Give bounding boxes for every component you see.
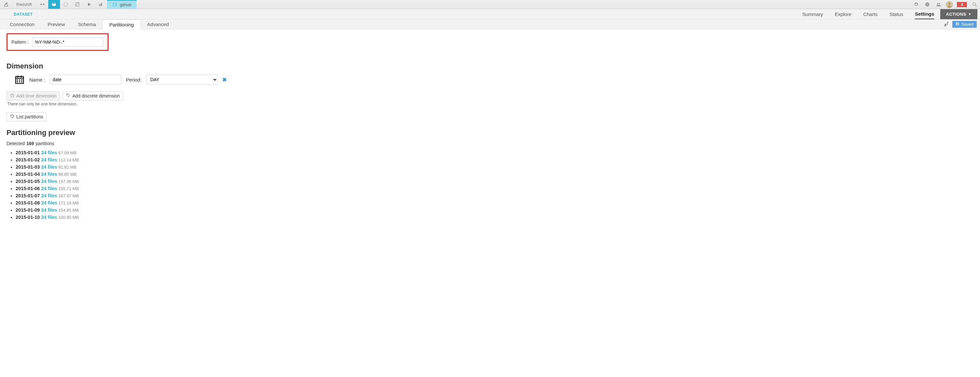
flow-icon[interactable] xyxy=(37,0,48,9)
dimension-period-label: Period: xyxy=(126,77,142,83)
svg-text:?: ? xyxy=(926,3,928,6)
partition-item: 2015-01-05 24 files 157.36 MB xyxy=(16,179,974,184)
dashboards-icon[interactable] xyxy=(95,0,107,9)
partition-size: 99.85 MB xyxy=(57,172,76,177)
dataset-subnav: DATASET Summary Explore Charts Status Se… xyxy=(0,9,980,19)
partition-files-link[interactable]: 24 files xyxy=(40,157,57,162)
datasets-icon[interactable] xyxy=(48,0,60,9)
notebook-icon[interactable] xyxy=(72,0,83,9)
tab-preview[interactable]: Preview xyxy=(41,19,72,29)
partition-date: 2015-01-09 xyxy=(16,207,40,213)
partition-files-link[interactable]: 24 files xyxy=(40,200,57,205)
partition-item: 2015-01-02 24 files 112.14 MB xyxy=(16,157,974,162)
partition-size: 100.95 MB xyxy=(57,215,79,220)
nav-charts[interactable]: Charts xyxy=(863,9,878,19)
settings-tabstrip: Connection Preview Schema Partitioning A… xyxy=(0,19,980,29)
detected-prefix: Detected xyxy=(6,141,25,146)
top-toolbar: Redshift github ? 4 xyxy=(0,0,980,9)
partition-date: 2015-01-02 xyxy=(16,157,40,162)
open-file-tab[interactable]: github xyxy=(107,0,137,9)
list-partitions-button[interactable]: List partitions xyxy=(6,112,47,121)
partition-date: 2015-01-10 xyxy=(16,215,40,220)
tab-schema[interactable]: Schema xyxy=(72,19,102,29)
partition-files-link[interactable]: 24 files xyxy=(40,150,57,155)
partition-files-link[interactable]: 24 files xyxy=(40,186,57,191)
partition-files-link[interactable]: 24 files xyxy=(40,193,57,198)
partition-item: 2015-01-07 24 files 167.47 MB xyxy=(16,193,974,198)
preview-heading: Partitioning preview xyxy=(6,129,974,137)
svg-point-5 xyxy=(64,3,67,6)
detected-summary: Detected 169 partitions xyxy=(6,141,974,146)
notification-badge[interactable]: 4 xyxy=(957,2,967,7)
settings-gear-icon[interactable] xyxy=(910,0,922,9)
partition-date: 2015-01-03 xyxy=(16,164,40,170)
users-icon[interactable] xyxy=(933,0,944,9)
partition-item: 2015-01-01 24 files 67.09 MB xyxy=(16,150,974,155)
open-file-name: github xyxy=(120,2,131,7)
pattern-input[interactable] xyxy=(32,38,104,47)
add-time-dimension-button: Add time dimension xyxy=(6,91,60,100)
dataset-nav-links: Summary Explore Charts Status Settings xyxy=(802,9,934,19)
partition-files-link[interactable]: 24 files xyxy=(40,164,57,170)
content-scroll[interactable]: Pattern : Dimension Name : Period: YEARM… xyxy=(0,29,980,377)
calendar-icon xyxy=(14,74,25,85)
partition-size: 112.14 MB xyxy=(57,157,79,162)
app-logo-icon[interactable] xyxy=(0,0,12,9)
partition-item: 2015-01-03 24 files 91.82 MB xyxy=(16,164,974,170)
partition-files-link[interactable]: 24 files xyxy=(40,179,57,184)
user-avatar[interactable] xyxy=(946,1,953,8)
recipes-icon[interactable] xyxy=(60,0,72,9)
svg-point-13 xyxy=(939,3,940,4)
partition-size: 154.95 MB xyxy=(57,208,79,213)
partition-files-link[interactable]: 24 files xyxy=(40,215,57,220)
jobs-icon[interactable] xyxy=(83,0,95,9)
add-time-dimension-label: Add time dimension xyxy=(16,93,56,99)
partition-date: 2015-01-01 xyxy=(16,150,40,155)
partition-date: 2015-01-04 xyxy=(16,172,40,177)
partition-item: 2015-01-10 24 files 100.95 MB xyxy=(16,215,974,220)
caret-down-icon: ▼ xyxy=(968,13,972,16)
svg-line-16 xyxy=(975,5,977,6)
partition-item: 2015-01-08 24 files 171.19 MB xyxy=(16,200,974,205)
list-partitions-label: List partitions xyxy=(16,114,43,119)
refresh-icon xyxy=(10,114,14,119)
calendar-small-icon xyxy=(10,93,14,99)
partition-list: 2015-01-01 24 files 67.09 MB2015-01-02 2… xyxy=(8,150,974,220)
svg-rect-7 xyxy=(99,5,100,6)
search-icon[interactable] xyxy=(969,0,980,9)
partition-size: 171.19 MB xyxy=(57,200,79,205)
partition-files-link[interactable]: 24 files xyxy=(40,207,57,213)
nav-settings[interactable]: Settings xyxy=(915,9,934,19)
time-dimension-row: Name : Period: YEARMONTHDAYHOUR ✖ xyxy=(14,74,974,85)
saved-label: Saved xyxy=(961,22,974,27)
nav-summary[interactable]: Summary xyxy=(802,9,823,19)
svg-rect-8 xyxy=(100,3,101,6)
svg-point-15 xyxy=(972,3,975,5)
tab-partitioning[interactable]: Partitioning xyxy=(102,19,140,29)
pattern-label: Pattern : xyxy=(11,40,29,45)
dimension-name-input[interactable] xyxy=(49,75,121,84)
add-discrete-dimension-label: Add discrete dimension xyxy=(72,93,120,99)
project-name[interactable]: Redshift xyxy=(12,0,37,9)
dimension-heading: Dimension xyxy=(6,62,974,70)
dimension-period-select[interactable]: YEARMONTHDAYHOUR xyxy=(146,75,218,84)
svg-point-4 xyxy=(52,2,56,3)
help-icon[interactable]: ? xyxy=(922,0,933,9)
tab-advanced[interactable]: Advanced xyxy=(140,19,175,29)
partition-size: 67.09 MB xyxy=(57,150,76,155)
folder-icon xyxy=(112,2,118,8)
remove-dimension-button[interactable]: ✖ xyxy=(222,76,227,83)
svg-point-0 xyxy=(6,2,7,3)
partition-files-link[interactable]: 24 files xyxy=(40,172,57,177)
save-icon xyxy=(956,22,959,27)
nav-status[interactable]: Status xyxy=(889,9,904,19)
actions-dropdown-button[interactable]: ACTIONS ▼ xyxy=(940,9,977,19)
dimension-name-label: Name : xyxy=(29,77,45,83)
partition-size: 167.47 MB xyxy=(57,193,79,198)
add-discrete-dimension-button[interactable]: Add discrete dimension xyxy=(63,91,124,100)
detected-count: 169 xyxy=(26,141,34,146)
formula-button[interactable]: x2 xyxy=(943,22,950,27)
tab-connection[interactable]: Connection xyxy=(3,19,41,29)
nav-explore[interactable]: Explore xyxy=(835,9,851,19)
saved-button[interactable]: Saved xyxy=(952,21,977,28)
